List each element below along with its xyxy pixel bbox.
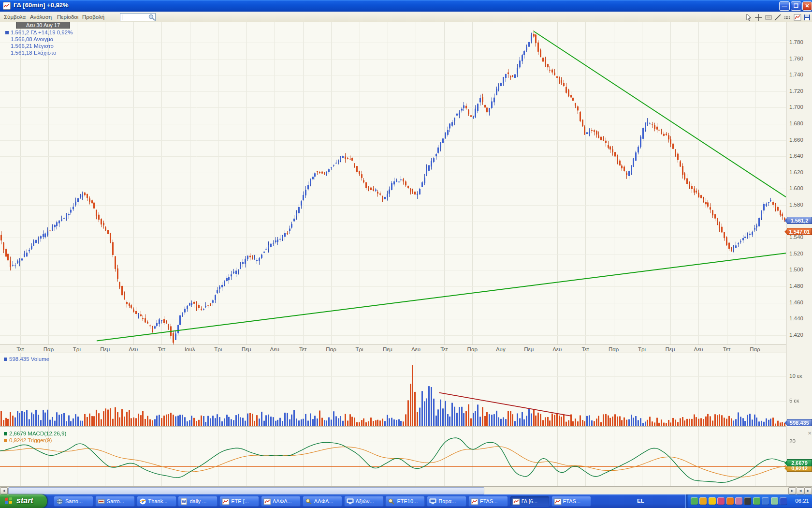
crosshair-icon[interactable]: [754, 14, 762, 21]
messenger-icon[interactable]: [717, 497, 725, 505]
price-tick-label: 1.440: [789, 315, 803, 321]
language-indicator[interactable]: EL: [637, 498, 644, 504]
chart-icon[interactable]: [794, 14, 801, 21]
scroll-thumb[interactable]: [8, 487, 484, 494]
media-player-icon[interactable]: [753, 497, 760, 505]
quote-last: 1.561,2 ΓΔ +14,19 0,92%: [11, 30, 72, 35]
volume-tick-label: 10 εκ: [789, 373, 802, 379]
monitor-icon: [347, 498, 354, 505]
scroll-extra-button-2[interactable]: ►: [804, 487, 812, 494]
taskbar-button[interactable]: FTAS...: [551, 496, 591, 507]
trigger-header: 0,9242 Trigger(9): [9, 437, 52, 443]
scroll-extra-button-1[interactable]: ◄: [797, 487, 804, 494]
scroll-right-arrow[interactable]: ►: [788, 487, 796, 494]
taskbar-button-label: daily ...: [189, 498, 206, 504]
start-label: start: [16, 496, 33, 505]
grid-dots-icon[interactable]: [783, 14, 791, 21]
pink-app-icon[interactable]: [735, 497, 742, 505]
price-axis: ✕ 1.7801.7601.7401.7201.7001.6801.6601.6…: [786, 22, 812, 486]
pointer-icon[interactable]: [745, 14, 753, 21]
taskbar-button[interactable]: Sarro...: [95, 496, 135, 507]
antivirus-icon[interactable]: [771, 497, 778, 505]
app-icon: [98, 498, 105, 505]
x-axis-day-label: Τρι: [73, 346, 81, 352]
price-chart-panel[interactable]: ΣTrack™: [0, 22, 786, 344]
minimize-button[interactable]: —: [779, 1, 790, 11]
magnifier-icon: [388, 498, 395, 505]
price-tick-label: 1.580: [789, 202, 803, 208]
taskbar-button[interactable]: ΕΤΕ10...: [385, 496, 425, 507]
ie-icon: e: [139, 498, 146, 505]
menu-symbols[interactable]: Σύμβολα: [4, 13, 26, 21]
reference-price-tag: 1.547,01: [787, 228, 812, 235]
menu-analysis[interactable]: Ανάλυση: [30, 13, 52, 21]
taskbar-button[interactable]: Αξιών...: [344, 496, 384, 507]
volume-tick-label: 5 εκ: [789, 398, 799, 403]
volume-canvas[interactable]: [0, 353, 786, 426]
taskbar-button[interactable]: ETE [...: [219, 496, 259, 507]
magnifier-icon: [305, 498, 312, 505]
x-axis-day-label: Δευ: [129, 346, 138, 352]
panel-close-icon[interactable]: ✕: [808, 431, 812, 436]
taskbar-button[interactable]: Παρα...: [427, 496, 466, 507]
series-bullet: [5, 31, 9, 34]
price-tick-label: 1.460: [789, 299, 803, 305]
vpn-icon[interactable]: [780, 497, 787, 505]
title-bar: ΓΔ [60min] +0,92% — ❐ ✕: [0, 0, 812, 12]
java-icon[interactable]: [699, 497, 707, 505]
price-tick-label: 1.700: [789, 104, 803, 110]
x-axis-day-label: Πεμ: [524, 346, 534, 352]
taskbar-button-label: ΑΛΦΑ...: [273, 498, 292, 504]
price-tick-label: 1.760: [789, 56, 803, 61]
horizontal-scrollbar[interactable]: ◄ ► ◄ ►: [0, 486, 812, 494]
taskbar: start Sarro...Sarro...eThank...Wdaily ..…: [0, 494, 812, 508]
price-tick-label: 1.680: [789, 120, 803, 126]
office-icon[interactable]: [762, 497, 769, 505]
taskbar-button[interactable]: ΑΛΦΑ...: [261, 496, 301, 507]
x-axis-day-label: Τρι: [638, 346, 646, 352]
taskbar-button[interactable]: ΓΔ [6...: [510, 496, 550, 507]
x-axis-day-label: Παρ: [326, 346, 336, 352]
close-button[interactable]: ✕: [802, 1, 812, 11]
taskbar-button[interactable]: eThank...: [137, 496, 176, 507]
security-shield-icon[interactable]: [709, 497, 716, 505]
quote-date-header: Δευ 30 Αυγ 17: [16, 22, 70, 29]
price-tick-label: 1.740: [789, 72, 803, 77]
taskbar-button-label: ΕΤΕ10...: [397, 498, 418, 504]
taskbar-button[interactable]: FTAS...: [468, 496, 508, 507]
taskbar-button[interactable]: Wdaily ...: [178, 496, 218, 507]
updates-icon[interactable]: [726, 497, 734, 505]
scroll-left-arrow[interactable]: ◄: [0, 487, 8, 494]
x-axis-day-label: Ιουλ: [185, 346, 195, 352]
application-window: ΓΔ [60min] +0,92% — ❐ ✕ Σύμβολα Ανάλυση …: [0, 0, 812, 508]
svg-text:W: W: [182, 499, 186, 504]
chart-icon: [471, 498, 478, 505]
start-button[interactable]: start: [0, 494, 47, 508]
macd-canvas[interactable]: [0, 427, 786, 486]
candlestick-canvas[interactable]: [0, 22, 786, 344]
taskbar-button[interactable]: Sarro...: [54, 496, 93, 507]
box-icon[interactable]: [765, 14, 772, 21]
taskbar-button[interactable]: ΑΛΦΑ...: [303, 496, 342, 507]
volume-icon[interactable]: [744, 497, 751, 505]
globe-icon: [56, 498, 63, 505]
x-axis: ΤετΠαρΤριΠεμΔευΤετΙουλΤριΠεμΔευΤετΠαρΤρι…: [0, 344, 786, 353]
volume-header: 598.435 Volume: [9, 356, 49, 362]
macd-panel[interactable]: 2,6679 MACD(12,26,9) 0,9242 Trigger(9): [0, 427, 786, 486]
menu-view[interactable]: Προβολή: [82, 13, 104, 21]
price-tick-label: 1.600: [789, 185, 803, 191]
taskbar-clock[interactable]: 06:21: [795, 498, 809, 504]
x-axis-day-label: Τρι: [214, 346, 222, 352]
search-icon[interactable]: [148, 14, 156, 21]
menu-periods[interactable]: Περίοδοι: [57, 13, 78, 21]
trendline-icon[interactable]: [774, 14, 782, 21]
save-icon[interactable]: [803, 14, 811, 21]
volume-panel[interactable]: 598.435 Volume: [0, 353, 786, 427]
chart-icon: [554, 498, 561, 505]
restore-button[interactable]: ❐: [791, 1, 801, 11]
price-tick-label: 1.720: [789, 88, 803, 94]
menu-bar: Σύμβολα Ανάλυση Περίοδοι Προβολή: [0, 12, 812, 22]
network-status-icon[interactable]: [691, 497, 698, 505]
quote-open: 1.566,08 Ανοιγμα: [11, 36, 54, 42]
price-tick-label: 1.660: [789, 137, 803, 143]
